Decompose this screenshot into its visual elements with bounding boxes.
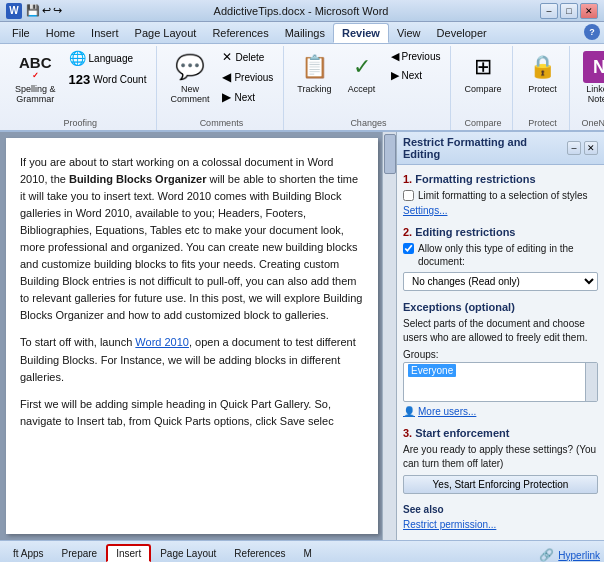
- new-comment-button[interactable]: 💬 NewComment: [165, 48, 214, 108]
- doc-paragraph-3: First we will be adding simple heading i…: [20, 396, 364, 430]
- tab-prepare[interactable]: Prepare: [53, 544, 107, 562]
- panel-close-btn[interactable]: ✕: [584, 141, 598, 155]
- undo-qa-btn[interactable]: ↩: [42, 4, 51, 17]
- comments-col: ✕ Delete ◀ Previous ▶ Next: [218, 48, 277, 120]
- formatting-checkbox-label: Limit formatting to a selection of style…: [418, 189, 588, 202]
- ribbon-group-compare: ⊞ Compare Compare: [453, 46, 513, 130]
- tab-insert-bottom[interactable]: Insert: [106, 544, 151, 562]
- accept-button[interactable]: ✓ Accept: [341, 48, 383, 98]
- save-qa-btn[interactable]: 💾: [26, 4, 40, 17]
- scrollbar-thumb[interactable]: [384, 134, 396, 174]
- tab-page-layout[interactable]: Page Layout: [127, 23, 205, 43]
- tab-ft-apps[interactable]: ft Apps: [4, 544, 53, 562]
- groups-box: Everyone: [403, 362, 598, 402]
- settings-link[interactable]: Settings...: [403, 205, 598, 216]
- linked-notes-label: LinkedNotes: [586, 85, 604, 105]
- start-enforcing-button[interactable]: Yes, Start Enforcing Protection: [403, 475, 598, 494]
- editing-checkbox-label: Allow only this type of editing in the d…: [418, 242, 598, 268]
- tab-insert[interactable]: Insert: [83, 23, 127, 43]
- prev-change-button[interactable]: ◀ Previous: [387, 48, 445, 65]
- new-comment-icon: 💬: [174, 51, 206, 83]
- tab-view[interactable]: View: [389, 23, 429, 43]
- onenote-group-label: OneNote: [572, 118, 604, 128]
- panel-body: 1. Formatting restrictions Limit formatt…: [397, 165, 604, 540]
- enforcement-body: Are you ready to apply these settings? (…: [403, 443, 598, 471]
- prev-comment-button[interactable]: ◀ Previous: [218, 68, 277, 86]
- tab-page-layout-bottom[interactable]: Page Layout: [151, 544, 225, 562]
- word-icon: W: [6, 3, 22, 19]
- tab-developer[interactable]: Developer: [429, 23, 495, 43]
- tab-mailings[interactable]: Mailings: [277, 23, 333, 43]
- spelling-grammar-button[interactable]: ABC ✓ Spelling &Grammar: [10, 48, 61, 108]
- spelling-icon: ABC ✓: [19, 51, 51, 83]
- exceptions-title: Exceptions (optional): [403, 301, 598, 313]
- word-count-button[interactable]: 123 Word Count: [65, 70, 151, 89]
- groups-scrollbar[interactable]: [585, 363, 597, 401]
- hyperlink-label[interactable]: Hyperlink: [558, 550, 600, 561]
- compare-button[interactable]: ⊞ Compare: [459, 48, 506, 98]
- tracking-col: ◀ Previous ▶ Next: [387, 48, 445, 98]
- formatting-checkbox[interactable]: [403, 190, 414, 201]
- editing-checkbox[interactable]: [403, 243, 414, 254]
- word-2010-link[interactable]: Word 2010: [135, 336, 189, 348]
- next-change-icon: ▶: [391, 69, 399, 82]
- next-comment-button[interactable]: ▶ Next: [218, 88, 259, 106]
- editing-checkbox-row: Allow only this type of editing in the d…: [403, 242, 598, 268]
- tab-references-bottom[interactable]: References: [225, 544, 294, 562]
- window-title: AddictiveTips.docx - Microsoft Word: [62, 5, 540, 17]
- protect-icon: 🔒: [526, 51, 558, 83]
- close-button[interactable]: ✕: [580, 3, 598, 19]
- delete-comment-button[interactable]: ✕ Delete: [218, 48, 268, 66]
- formatting-section-title: 1. Formatting restrictions: [403, 173, 598, 185]
- ribbon-group-onenote: N LinkedNotes OneNote: [572, 46, 604, 130]
- document-scrollbar[interactable]: [382, 132, 396, 540]
- document-page: If you are about to start working on a c…: [6, 138, 378, 534]
- tab-review[interactable]: Review: [333, 23, 389, 43]
- redo-qa-btn[interactable]: ↪: [53, 4, 62, 17]
- protect-group-label: Protect: [515, 118, 569, 128]
- proofing-col: 🌐 Language 123 Word Count: [65, 48, 151, 103]
- formatting-checkbox-row: Limit formatting to a selection of style…: [403, 189, 598, 202]
- editing-type-dropdown[interactable]: No changes (Read only) Tracked changes C…: [403, 272, 598, 291]
- tracking-label: Tracking: [297, 85, 331, 95]
- spelling-label: Spelling &Grammar: [15, 85, 56, 105]
- editing-dropdown-row: No changes (Read only) Tracked changes C…: [403, 272, 598, 291]
- protect-label: Protect: [528, 85, 557, 95]
- panel-header: Restrict Formatting and Editing – ✕: [397, 132, 604, 165]
- restrict-permission-link[interactable]: Restrict permission...: [403, 519, 496, 530]
- window-controls: – □ ✕: [540, 3, 598, 19]
- next-comment-icon: ▶: [222, 90, 231, 104]
- help-button[interactable]: ?: [584, 24, 600, 40]
- prev-comment-icon: ◀: [222, 70, 231, 84]
- accept-label: Accept: [348, 85, 376, 95]
- main-area: If you are about to start working on a c…: [0, 132, 604, 540]
- minimize-button[interactable]: –: [540, 3, 558, 19]
- tab-m[interactable]: M: [294, 544, 320, 562]
- next-change-button[interactable]: ▶ Next: [387, 67, 427, 84]
- language-button[interactable]: 🌐 Language: [65, 48, 138, 68]
- enforcement-section: 3. Start enforcement Are you ready to ap…: [403, 427, 598, 494]
- tracking-button[interactable]: 📋 Tracking: [292, 48, 336, 98]
- right-panel: Restrict Formatting and Editing – ✕ 1. F…: [396, 132, 604, 540]
- more-users-link[interactable]: 👤 More users...: [403, 406, 598, 417]
- proofing-group-label: Proofing: [4, 118, 156, 128]
- document-area: If you are about to start working on a c…: [0, 132, 396, 540]
- compare-label: Compare: [464, 85, 501, 95]
- comments-group-label: Comments: [159, 118, 283, 128]
- prev-change-icon: ◀: [391, 50, 399, 63]
- linked-notes-button[interactable]: N LinkedNotes: [578, 48, 604, 108]
- maximize-button[interactable]: □: [560, 3, 578, 19]
- language-icon: 🌐: [69, 50, 86, 66]
- protect-button[interactable]: 🔒 Protect: [521, 48, 563, 98]
- more-users-icon: 👤: [403, 406, 415, 417]
- tab-home[interactable]: Home: [38, 23, 83, 43]
- word-count-icon: 123: [69, 72, 91, 87]
- panel-minimize-btn[interactable]: –: [567, 141, 581, 155]
- tab-file[interactable]: File: [4, 23, 38, 43]
- title-bar-left: W 💾 ↩ ↪: [6, 3, 62, 19]
- tab-references[interactable]: References: [204, 23, 276, 43]
- ribbon: ABC ✓ Spelling &Grammar 🌐 Language 123 W…: [0, 44, 604, 132]
- everyone-item[interactable]: Everyone: [408, 364, 456, 377]
- compare-icon: ⊞: [467, 51, 499, 83]
- doc-paragraph-1: If you are about to start working on a c…: [20, 154, 364, 324]
